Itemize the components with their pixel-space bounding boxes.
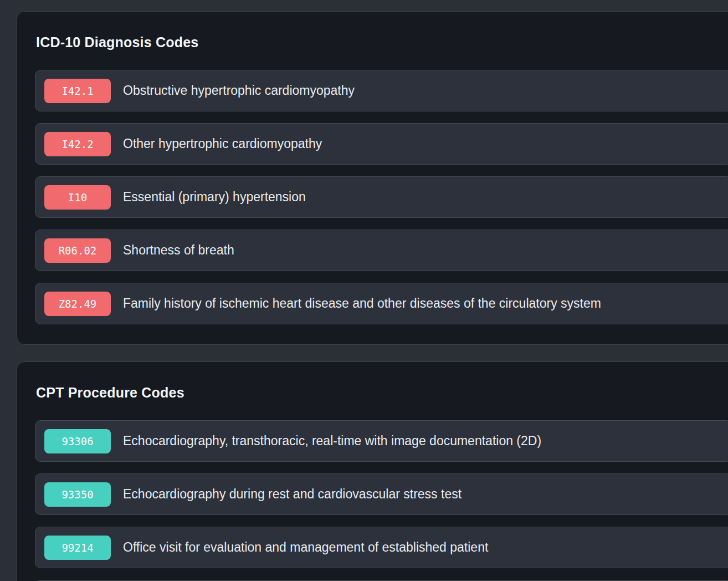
code-badge: R06.02: [44, 238, 111, 263]
code-description: Echocardiography during rest and cardiov…: [123, 487, 462, 502]
code-description: Obstructive hypertrophic cardiomyopathy: [123, 83, 355, 98]
code-description: Family history of ischemic heart disease…: [123, 296, 601, 311]
code-row[interactable]: Z82.49 Family history of ischemic heart …: [35, 283, 728, 324]
code-description: Other hypertrophic cardiomyopathy: [123, 136, 322, 151]
code-description: Essential (primary) hypertension: [123, 190, 306, 205]
code-badge: 93350: [44, 482, 111, 507]
section-card-icd10: ICD-10 Diagnosis Codes I42.1 Obstructive…: [17, 11, 728, 345]
code-badge: 99214: [44, 536, 111, 560]
code-description: Shortness of breath: [123, 243, 234, 258]
code-badge: 93306: [44, 429, 111, 453]
code-badge: Z82.49: [44, 292, 111, 316]
code-row[interactable]: R06.02 Shortness of breath: [35, 230, 728, 271]
code-row[interactable]: 93350 Echocardiography during rest and c…: [35, 473, 728, 515]
section-card-cpt: CPT Procedure Codes 93306 Echocardiograp…: [17, 361, 728, 581]
page: { "colors": { "page_bg": "#2b2f38", "car…: [0, 0, 728, 581]
code-row[interactable]: I42.2 Other hypertrophic cardiomyopathy: [35, 123, 728, 165]
code-badge: I42.1: [44, 79, 111, 103]
code-row[interactable]: 93306 Echocardiography, transthoracic, r…: [35, 420, 728, 462]
code-description: Echocardiography, transthoracic, real-ti…: [123, 434, 541, 449]
code-badge: I42.2: [44, 132, 111, 156]
code-row-list: I42.1 Obstructive hypertrophic cardiomyo…: [35, 70, 728, 324]
code-badge: I10: [44, 185, 111, 210]
code-row[interactable]: I42.1 Obstructive hypertrophic cardiomyo…: [35, 70, 728, 111]
code-row-list: 93306 Echocardiography, transthoracic, r…: [35, 420, 728, 581]
code-row[interactable]: 99214 Office visit for evaluation and ma…: [35, 527, 728, 568]
code-row[interactable]: I10 Essential (primary) hypertension: [35, 176, 728, 218]
section-title: CPT Procedure Codes: [36, 384, 728, 401]
code-sections: ICD-10 Diagnosis Codes I42.1 Obstructive…: [0, 0, 728, 581]
code-description: Office visit for evaluation and manageme…: [123, 540, 488, 555]
section-title: ICD-10 Diagnosis Codes: [36, 34, 728, 50]
